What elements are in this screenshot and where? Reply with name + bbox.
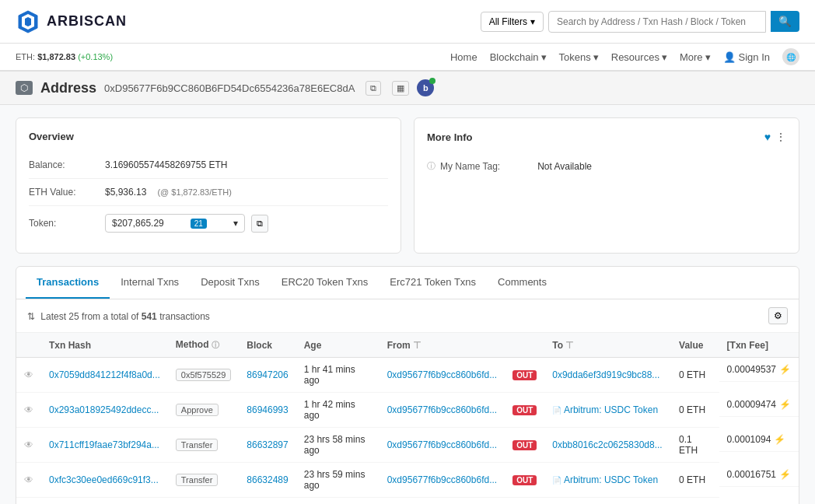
copy-address-button[interactable]: ⧉ bbox=[366, 81, 381, 96]
b-badge[interactable]: b bbox=[417, 79, 434, 96]
address-badge-icon: ⬡ bbox=[20, 82, 28, 93]
row-block[interactable]: 86632489 bbox=[239, 463, 296, 498]
row-hash[interactable]: 0x7059dd841212f4f8a0d... bbox=[41, 358, 168, 393]
more-options-button[interactable]: ⋮ bbox=[775, 131, 786, 143]
table-settings-button[interactable]: ⚙ bbox=[768, 307, 788, 324]
row-from[interactable]: 0xd95677f6b9cc860b6fd... bbox=[380, 358, 505, 393]
warning-icon: ⚡ bbox=[779, 469, 791, 480]
address-text: 0xD95677F6b9CC860B6FD54Dc6554236a78E6EC8… bbox=[104, 82, 355, 94]
row-age: 1 hr 41 mins ago bbox=[296, 358, 380, 393]
filter-button[interactable]: All Filters ▾ bbox=[481, 12, 544, 32]
row-age: 23 hrs 58 mins ago bbox=[296, 428, 380, 463]
row-eye[interactable]: 👁 bbox=[16, 358, 41, 393]
tab-comments[interactable]: Comments bbox=[487, 267, 558, 299]
token-count-badge: 21 bbox=[191, 219, 207, 229]
row-eye[interactable]: 👁 bbox=[16, 498, 41, 505]
row-method: Transfer bbox=[168, 463, 240, 498]
col-header-method: Method ⓘ bbox=[168, 333, 240, 358]
row-eye[interactable]: 👁 bbox=[16, 428, 41, 463]
row-age: 23 hrs 59 mins ago bbox=[296, 463, 380, 498]
row-method: 0x5f575529 bbox=[168, 358, 240, 393]
row-block[interactable]: 85891236 bbox=[239, 498, 296, 505]
sort-icon: ⇅ bbox=[27, 311, 35, 322]
row-hash[interactable]: 0x293a018925492ddecc... bbox=[41, 393, 168, 428]
globe-icon[interactable]: 🌐 bbox=[782, 48, 799, 65]
tab-erc20[interactable]: ERC20 Token Txns bbox=[271, 267, 380, 299]
row-block[interactable]: 86946993 bbox=[239, 393, 296, 428]
tab-transactions[interactable]: Transactions bbox=[26, 267, 110, 299]
info-icon[interactable]: ⓘ bbox=[212, 341, 219, 349]
token-icon: 📄 bbox=[552, 406, 561, 415]
row-direction: OUT bbox=[505, 358, 544, 393]
name-tag-label: My Name Tag: bbox=[440, 161, 500, 172]
search-input[interactable] bbox=[548, 11, 766, 33]
row-direction: OUT bbox=[505, 463, 544, 498]
nav-resources[interactable]: Resources ▾ bbox=[611, 51, 667, 63]
col-header-fee: [Txn Fee] bbox=[719, 333, 799, 358]
nav-blockchain[interactable]: Blockchain ▾ bbox=[490, 51, 547, 63]
tab-erc721[interactable]: Erc721 Token Txns bbox=[379, 267, 487, 299]
tab-internal-txns[interactable]: Internal Txns bbox=[110, 267, 190, 299]
row-direction: OUT bbox=[505, 393, 544, 428]
name-tag-row: ⓘ My Name Tag: Not Available bbox=[427, 152, 786, 180]
row-hash[interactable]: 0xfc3c30ee0ed669c91f3... bbox=[41, 463, 168, 498]
row-from[interactable]: 0xd95677f6b9cc860b6fd... bbox=[380, 393, 505, 428]
search-button[interactable]: 🔍 bbox=[771, 11, 799, 32]
tab-deposit-txns[interactable]: Deposit Txns bbox=[190, 267, 271, 299]
sign-in-button[interactable]: 👤 Sign In bbox=[723, 51, 770, 63]
warning-icon: ⚡ bbox=[779, 399, 791, 410]
chevron-down-icon: ▾ bbox=[705, 51, 711, 63]
to-filter-icon[interactable]: ⊤ bbox=[565, 340, 573, 351]
cards-row: Overview Balance: 3.169605574458269755 E… bbox=[16, 117, 799, 254]
token-copy-button[interactable]: ⧉ bbox=[251, 215, 268, 233]
row-block[interactable]: 86947206 bbox=[239, 358, 296, 393]
row-to[interactable]: 📄 Arbitrum: USDC Token bbox=[544, 393, 671, 428]
logo-icon bbox=[16, 9, 40, 34]
balance-row: Balance: 3.169605574458269755 ETH bbox=[29, 152, 388, 179]
eth-price-bar: ETH: $1,872.83 (+0.13%) bbox=[16, 52, 113, 61]
row-to[interactable]: 📄 Arbitrum: USDC Token bbox=[544, 463, 671, 498]
row-method: Deposit bbox=[168, 498, 240, 505]
overview-title: Overview bbox=[29, 131, 388, 142]
row-hash[interactable]: 0x711cff19faae73bf294a... bbox=[41, 428, 168, 463]
row-hash[interactable]: 0x8c61e4ba1c930c0941... bbox=[41, 498, 168, 505]
nav-home[interactable]: Home bbox=[450, 51, 477, 63]
row-direction: OUT bbox=[505, 498, 544, 505]
table-row: 👁 0x8c61e4ba1c930c0941... Deposit 858912… bbox=[16, 498, 799, 505]
header-right: All Filters ▾ 🔍 bbox=[481, 11, 799, 33]
row-to[interactable]: 0x9dda6ef3d919c9bc88... bbox=[544, 358, 671, 393]
table-row: 👁 0xfc3c30ee0ed669c91f3... Transfer 8663… bbox=[16, 463, 799, 498]
row-value: 0 ETH bbox=[671, 393, 719, 428]
info-circle-icon: ⓘ bbox=[427, 160, 435, 172]
eth-value-row: ETH Value: $5,936.13 (@ $1,872.83/ETH) bbox=[29, 179, 388, 206]
nav-more[interactable]: More ▾ bbox=[680, 51, 711, 63]
svg-marker-2 bbox=[25, 17, 31, 26]
name-tag-label-area: ⓘ My Name Tag: bbox=[427, 160, 531, 172]
row-fee: 0.0001094 ⚡ bbox=[719, 428, 799, 452]
row-from[interactable]: 0xd95677f6b9cc860b6fd... bbox=[380, 428, 505, 463]
from-filter-icon[interactable]: ⊤ bbox=[413, 340, 421, 351]
row-to[interactable]: 0x5845696f6031bfd57b3... bbox=[544, 498, 671, 505]
row-from[interactable]: 0xd95677f6b9cc860b6fd... bbox=[380, 498, 505, 505]
warning-icon: ⚡ bbox=[779, 364, 791, 375]
eth-value-sub: (@ $1,872.83/ETH) bbox=[157, 187, 232, 197]
row-age: 1 hr 42 mins ago bbox=[296, 393, 380, 428]
more-info-title: More Info bbox=[427, 131, 473, 143]
col-header-direction bbox=[505, 333, 544, 358]
token-dropdown[interactable]: $207,865.29 21 ▾ bbox=[105, 214, 245, 233]
notification-dot bbox=[429, 78, 435, 84]
nav-menu: Home Blockchain ▾ Tokens ▾ Resources ▾ M… bbox=[450, 48, 799, 65]
row-block[interactable]: 86632897 bbox=[239, 428, 296, 463]
chevron-down-icon: ▾ bbox=[233, 218, 238, 229]
row-eye[interactable]: 👁 bbox=[16, 393, 41, 428]
row-from[interactable]: 0xd95677f6b9cc860b6fd... bbox=[380, 463, 505, 498]
nav-tokens[interactable]: Tokens ▾ bbox=[559, 51, 599, 63]
row-age: 3 days 4 hrs ago bbox=[296, 498, 380, 505]
row-eye[interactable]: 👁 bbox=[16, 463, 41, 498]
row-to[interactable]: 0xbb8016c2c0625830d8... bbox=[544, 428, 671, 463]
qr-address-button[interactable]: ▦ bbox=[392, 81, 409, 96]
heart-button[interactable]: ♥ bbox=[764, 131, 771, 143]
chevron-down-icon: ▾ bbox=[662, 51, 667, 63]
row-method: Transfer bbox=[168, 428, 240, 463]
row-value: 0 ETH bbox=[671, 463, 719, 498]
